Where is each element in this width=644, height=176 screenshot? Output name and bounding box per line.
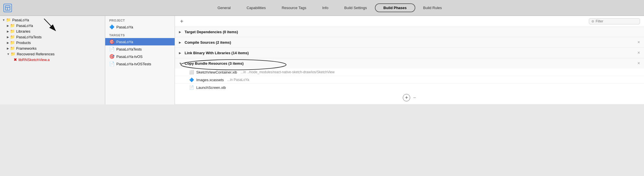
phase-header-compile-sources[interactable]: ▶ Compile Sources (2 items) × [175, 37, 644, 47]
file-icon-launchscreen: 📄 [189, 85, 194, 90]
target-icon-pasaloya-tvostests: 📄 [109, 61, 115, 66]
phase-close-link-binary[interactable]: × [637, 51, 640, 55]
nav-item-librnsketchview[interactable]: ✖ libRNSketchView.a [0, 57, 105, 62]
file-path-sketchviewcontainer: ...in ../node_modules/react-native-sketc… [241, 70, 335, 74]
file-icon-images-xcassets: 🔷 [189, 77, 194, 82]
nav-label-frameworks: Frameworks [16, 46, 37, 51]
folder-icon-frameworks: 📁 [10, 46, 15, 51]
target-label-pasaloya: PasaLoYa [116, 40, 133, 44]
phase-target-deps: ▶ Target Dependencies (0 items) [175, 27, 644, 37]
folder-icon-pasaloyatests: 📁 [10, 35, 15, 39]
nav-item-pasaloya-sub[interactable]: ▶ 📁 PasaLoYa [0, 23, 105, 28]
arrow-products: ▶ [7, 41, 9, 44]
arrow-frameworks: ▶ [7, 47, 9, 50]
nav-label-products: Products [16, 41, 31, 45]
target-item-pasaloya-tvos[interactable]: 🎯 PasaLoYa-tvOS [105, 53, 175, 60]
nav-label-pasaloya-sub: PasaLoYa [16, 24, 33, 28]
target-icon-pasaloya: 🎯 [109, 39, 115, 44]
phase-arrow-target-deps: ▶ [179, 30, 182, 33]
phase-link-binary: ▶ Link Binary With Libraries (14 items) … [175, 48, 644, 58]
main-content: ▼ 📁 PasaLoYa ▶ 📁 PasaLoYa ▶ 📁 Libraries … [0, 16, 644, 104]
arrow-recovered-refs: ▼ [7, 53, 10, 56]
folder-icon-libraries: 📁 [10, 29, 15, 33]
phase-title-copy-bundle: Copy Bundle Resources (3 items) [185, 61, 243, 66]
project-section-title: PROJECT [105, 16, 175, 23]
phase-header-link-binary[interactable]: ▶ Link Binary With Libraries (14 items) … [175, 48, 644, 58]
arrow-libraries: ▶ [7, 30, 9, 33]
file-path-images-xcassets: ...in PasaLoYa [227, 78, 249, 82]
tab-info[interactable]: Info [314, 4, 337, 12]
phase-close-copy-bundle[interactable]: × [637, 61, 640, 66]
phase-close-compile-sources[interactable]: × [637, 40, 640, 45]
phase-file-sketchviewcontainer: ⬜ SketchViewContainer.xib ...in ../node_… [175, 68, 644, 76]
tab-build-rules[interactable]: Build Rules [415, 4, 450, 12]
file-icon-librnsketchview: ✖ [14, 57, 17, 62]
nav-label-pasaloyatests: PasaLoYaTests [16, 35, 42, 39]
nav-label-libraries: Libraries [16, 29, 30, 33]
nav-item-products[interactable]: ▶ 📁 Products [0, 40, 105, 45]
phase-file-launchscreen: 📄 LaunchScreen.xib [175, 84, 644, 91]
arrow-pasaloya-root: ▼ [2, 18, 5, 22]
phase-title-target-deps: Target Dependencies (0 items) [185, 30, 238, 34]
tab-capabilities[interactable]: Capabilities [239, 4, 274, 12]
phase-copy-bundle: ▼ Copy Bundle Resources (3 items) × ⬜ Sk [175, 58, 644, 104]
phase-header-copy-bundle[interactable]: ▼ Copy Bundle Resources (3 items) × [175, 58, 644, 68]
nav-item-libraries[interactable]: ▶ 📁 Libraries [0, 28, 105, 34]
nav-label-librnsketchview: libRNSketchView.a [18, 58, 50, 62]
app-window: General Capabilities Resource Tags Info … [0, 0, 644, 104]
tab-build-settings[interactable]: Build Settings [336, 4, 375, 12]
target-item-pasaloya-tvostests[interactable]: 📄 PasaLoYa-tvOSTests [105, 60, 175, 68]
nav-label-pasaloya-root: PasaLoYa [12, 18, 29, 22]
tab-build-phases[interactable]: Build Phases [375, 3, 415, 12]
arrow-pasaloyatests: ▶ [7, 35, 9, 39]
nav-label-recovered-refs: Recovered References [17, 52, 55, 56]
build-panel: + ⊜ ▶ Target Dependencies (0 items) ▶ Co… [175, 16, 644, 104]
project-panel: PROJECT 🔷 PasaLoYa TARGETS 🎯 PasaLoYa 📄 … [105, 16, 175, 104]
folder-icon-products: 📁 [10, 40, 15, 45]
tab-general[interactable]: General [210, 4, 239, 12]
arrow-pasaloya-sub: ▶ [7, 24, 9, 27]
file-navigator: ▼ 📁 PasaLoYa ▶ 📁 PasaLoYa ▶ 📁 Libraries … [0, 16, 105, 104]
target-item-pasaloya[interactable]: 🎯 PasaLoYa [105, 38, 175, 45]
file-icon-sketchviewcontainer: ⬜ [189, 70, 194, 74]
phase-add-row-copy-bundle: + − [175, 91, 644, 104]
phase-minus-button-copy-bundle[interactable]: − [413, 95, 416, 101]
project-item-pasaloya[interactable]: 🔷 PasaLoYa [105, 23, 175, 31]
nav-item-pasaloyatests[interactable]: ▶ 📁 PasaLoYaTests [0, 34, 105, 40]
file-name-sketchviewcontainer: SketchViewContainer.xib [196, 70, 237, 74]
file-name-launchscreen: LaunchScreen.xib [196, 85, 226, 90]
phase-compile-sources: ▶ Compile Sources (2 items) × [175, 37, 644, 48]
phase-content-copy-bundle: ⬜ SketchViewContainer.xib ...in ../node_… [175, 68, 644, 91]
tab-list: General Capabilities Resource Tags Info … [19, 3, 641, 12]
target-label-pasaloyatests: PasaLoYaTests [116, 47, 142, 51]
folder-icon-sub: 📁 [10, 23, 15, 28]
tab-bar: General Capabilities Resource Tags Info … [0, 0, 644, 16]
phase-title-compile-sources: Compile Sources (2 items) [185, 40, 231, 45]
phase-title-link-binary: Link Binary With Libraries (14 items) [185, 51, 249, 55]
target-icon-pasaloya-tvos: 🎯 [109, 54, 115, 59]
phase-arrow-copy-bundle: ▼ [179, 62, 182, 65]
build-add-button[interactable]: + [179, 18, 185, 24]
filter-input[interactable] [596, 19, 637, 23]
filter-icon: ⊜ [591, 19, 594, 23]
tab-resource-tags[interactable]: Resource Tags [274, 4, 314, 12]
layout-icon[interactable] [3, 4, 12, 12]
nav-item-frameworks[interactable]: ▶ 📁 Frameworks [0, 45, 105, 51]
phase-arrow-compile-sources: ▶ [179, 41, 182, 44]
build-toolbar: + ⊜ [175, 16, 644, 27]
folder-icon-root: 📁 [6, 18, 11, 22]
phase-add-button-copy-bundle[interactable]: + [403, 94, 410, 101]
nav-item-pasaloya-root[interactable]: ▼ 📁 PasaLoYa [0, 17, 105, 23]
target-label-pasaloya-tvos: PasaLoYa-tvOS [116, 55, 143, 59]
phase-file-images-xcassets: 🔷 Images.xcassets ...in PasaLoYa [175, 76, 644, 84]
project-icon-pasaloya: 🔷 [109, 24, 115, 30]
target-item-pasaloyatests[interactable]: 📄 PasaLoYaTests [105, 45, 175, 53]
phase-arrow-link-binary: ▶ [179, 51, 182, 55]
target-label-pasaloya-tvostests: PasaLoYa-tvOSTests [116, 62, 151, 66]
nav-item-recovered-refs[interactable]: ▼ 📁 Recovered References [0, 51, 105, 57]
folder-icon-recovered-refs: 📁 [11, 52, 15, 56]
targets-section-title: TARGETS [105, 31, 175, 38]
phase-header-target-deps[interactable]: ▶ Target Dependencies (0 items) [175, 27, 644, 37]
project-label-pasaloya: PasaLoYa [116, 25, 133, 29]
target-icon-pasaloyatests: 📄 [109, 47, 115, 52]
